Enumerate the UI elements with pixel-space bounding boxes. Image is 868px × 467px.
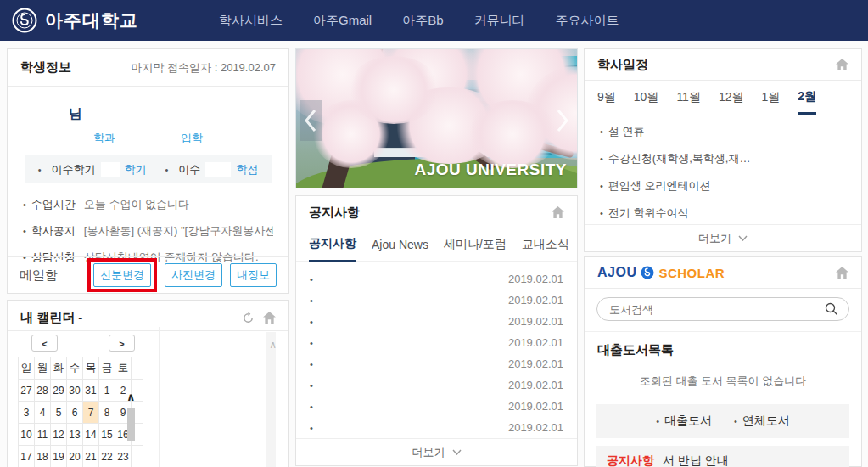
weekday-label: 토 (115, 357, 132, 380)
home-icon[interactable] (263, 312, 276, 324)
calendar-day-cell[interactable]: 27 (19, 380, 35, 402)
schedule-list-item[interactable]: •전기 학위수여식 (600, 205, 846, 221)
carousel-prev-icon[interactable] (300, 100, 322, 141)
mailbox-link[interactable]: 메일함 (20, 267, 58, 284)
calendar-day-cell[interactable]: 19 (51, 446, 67, 467)
notice-date: 2019.02.01 (508, 400, 563, 413)
calendar-day-cell[interactable]: 5 (51, 402, 67, 424)
nav-item[interactable]: 커뮤니티 (474, 13, 525, 29)
student-info-panel: 학생정보 마지막 접속일자 : 2019.02.07 님 학과 입학 • 이수학… (7, 48, 289, 294)
calendar-day-cell[interactable]: 22 (99, 446, 115, 467)
bullet-icon: • (310, 274, 313, 284)
notice-list-item[interactable]: •2019.02.01 (296, 417, 577, 438)
calendar-day-cell[interactable]: 12 (51, 424, 67, 446)
notice-list-item[interactable]: •2019.02.01 (296, 374, 577, 396)
loan-list-title: 대출도서목록 (585, 332, 861, 358)
loan-link[interactable]: •연체도서 (734, 414, 790, 429)
schedule-list-item[interactable]: •설 연휴 (600, 124, 846, 139)
home-icon[interactable] (836, 59, 848, 70)
calendar-day-cell[interactable]: 15 (99, 424, 115, 446)
notice-list-item[interactable]: •2019.02.01 (296, 268, 577, 290)
calendar-next-button[interactable]: > (109, 335, 135, 352)
schedule-list-item[interactable]: •편입생 오리엔테이션 (600, 178, 846, 194)
notice-tab[interactable]: 교내소식 (522, 237, 569, 261)
ajou-logo[interactable]: 아주대학교 (12, 8, 138, 33)
notice-list-item[interactable]: •2019.02.01 (296, 311, 577, 332)
calendar-day-cell[interactable]: 23 (115, 446, 132, 467)
calendar-day-cell[interactable]: 6 (67, 402, 83, 424)
calendar-scroll-up-icon[interactable]: ∧ (126, 391, 136, 403)
calendar-scrollbar-thumb[interactable] (127, 408, 135, 441)
month-tab[interactable]: 2월 (798, 89, 816, 115)
calendar-day-cell[interactable]: 21 (83, 446, 99, 467)
month-tab[interactable]: 11월 (676, 90, 701, 113)
calendar-weekday-row: 일월화수목금토 (19, 357, 143, 380)
library-notice-row[interactable]: 공지사항 서 반납 안내 (596, 446, 849, 467)
dept-label: 학과 (93, 131, 115, 146)
calendar-day-cell[interactable]: 20 (67, 446, 83, 467)
bullet-icon: • (734, 416, 737, 426)
calendar-day-cell[interactable]: 31 (83, 380, 99, 402)
chevron-down-icon (452, 449, 462, 455)
home-icon[interactable] (836, 267, 848, 279)
calendar-day-cell[interactable]: 8 (99, 402, 115, 424)
notice-panel: 공지사항 공지사항Ajou News세미나/포럼교내소식 •2019.02.01… (295, 195, 578, 466)
book-search-input[interactable] (608, 302, 825, 317)
scholar-logo[interactable]: AJOU SCHOLAR (597, 265, 725, 280)
book-search-row (585, 289, 861, 332)
schedule-more-button[interactable]: 더보기 (585, 224, 861, 251)
schedule-list-item[interactable]: •수강신청(재학생,복학생,재… (600, 151, 846, 166)
weekday-label: 금 (99, 357, 115, 380)
calendar-week-row: 272829303112 (19, 380, 143, 402)
nav-item[interactable]: 아주Bb (402, 13, 443, 29)
carousel-next-icon[interactable] (552, 100, 574, 141)
notice-list-item[interactable]: •2019.02.01 (296, 332, 577, 353)
month-tab[interactable]: 10월 (634, 90, 659, 113)
notice-tab[interactable]: 세미나/포럼 (444, 237, 507, 261)
last-access-date: 2019.02.07 (221, 61, 276, 74)
home-icon[interactable] (552, 206, 564, 218)
change-status-button[interactable]: 신분변경 (93, 263, 151, 287)
notice-date: 2019.02.01 (508, 336, 563, 349)
calendar-day-cell[interactable]: 7 (83, 402, 99, 424)
calendar-day-cell[interactable]: 13 (67, 424, 83, 446)
notice-tab[interactable]: Ajou News (372, 238, 428, 260)
calendar-day-cell[interactable]: 28 (35, 380, 51, 402)
nav-item[interactable]: 학사서비스 (219, 13, 283, 29)
calendar-day-cell[interactable]: 29 (51, 380, 67, 402)
month-tab[interactable]: 9월 (597, 90, 616, 113)
calendar-day-cell[interactable]: 18 (35, 446, 51, 467)
notice-list-item[interactable]: •2019.02.01 (296, 353, 577, 374)
schedule-item-text: 편입생 오리엔테이션 (608, 178, 711, 194)
notice-list-item[interactable]: •2019.02.01 (296, 290, 577, 311)
semester-unit: 학기 (125, 162, 147, 177)
loan-link[interactable]: •대출도서 (656, 414, 712, 429)
panel-scrollbar-track[interactable] (266, 332, 276, 467)
refresh-icon[interactable] (242, 312, 255, 324)
calendar-day-cell[interactable]: 14 (83, 424, 99, 446)
notice-tab[interactable]: 공지사항 (309, 236, 356, 262)
semester-label: 이수학기 (52, 162, 96, 177)
notice-more-button[interactable]: 더보기 (296, 438, 577, 465)
panel-title: 학사일정 (597, 57, 648, 73)
month-tab[interactable]: 1월 (762, 90, 781, 113)
my-info-button[interactable]: 내정보 (230, 263, 277, 287)
scholar-emblem-icon (640, 265, 655, 280)
change-photo-button[interactable]: 사진변경 (165, 263, 222, 287)
calendar-day-cell[interactable]: 4 (35, 402, 51, 424)
ajou-emblem-icon (12, 8, 37, 33)
calendar-day-cell[interactable]: 17 (19, 446, 35, 467)
calendar-prev-button[interactable]: < (31, 335, 58, 352)
month-tab[interactable]: 12월 (719, 90, 744, 113)
nav-item[interactable]: 아주Gmail (313, 13, 372, 29)
notice-list-item[interactable]: •2019.02.01 (296, 396, 577, 417)
nav-item[interactable]: 주요사이트 (556, 13, 619, 29)
calendar-day-cell[interactable]: 3 (19, 402, 35, 424)
search-icon[interactable] (825, 302, 838, 316)
calendar-day-cell[interactable]: 1 (99, 380, 115, 402)
scroll-up-icon[interactable]: ∧ (269, 339, 277, 351)
calendar-day-cell[interactable]: 10 (19, 424, 35, 446)
calendar-day-cell[interactable]: 30 (67, 380, 83, 402)
notice-date: 2019.02.01 (508, 273, 563, 285)
calendar-day-cell[interactable]: 11 (35, 424, 51, 446)
